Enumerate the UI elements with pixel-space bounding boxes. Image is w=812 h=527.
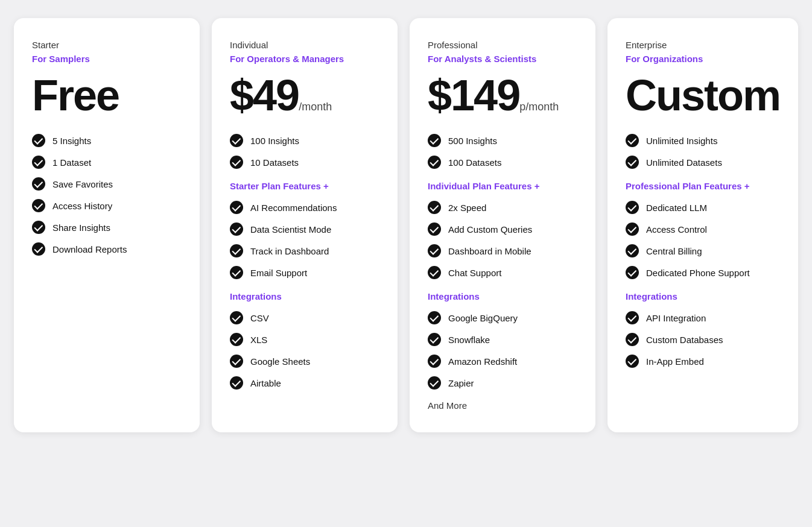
plan-tagline-enterprise: For Organizations bbox=[626, 54, 780, 64]
check-icon bbox=[230, 376, 243, 390]
plan-card-professional: ProfessionalFor Analysts & Scientists$14… bbox=[410, 18, 595, 432]
check-icon bbox=[230, 244, 243, 257]
feature-label: Data Scientist Mode bbox=[250, 224, 331, 235]
feature-item: Amazon Redshift bbox=[428, 355, 577, 368]
feature-item: Save Favorites bbox=[32, 177, 182, 191]
feature-label: 100 Insights bbox=[250, 136, 299, 146]
plan-card-starter: StarterFor SamplersFree5 Insights1 Datas… bbox=[14, 18, 200, 432]
feature-item: XLS bbox=[230, 333, 379, 346]
check-icon bbox=[428, 355, 441, 368]
feature-label: 500 Insights bbox=[448, 136, 497, 146]
price-suffix-professional: p/month bbox=[519, 101, 559, 113]
feature-item: Snowflake bbox=[428, 333, 577, 346]
check-icon bbox=[32, 242, 45, 256]
plan-tagline-individual: For Operators & Managers bbox=[230, 54, 379, 64]
features-list-enterprise: Unlimited InsightsUnlimited DatasetsProf… bbox=[626, 134, 780, 368]
feature-item: Airtable bbox=[230, 376, 379, 390]
feature-label: Dashboard in Mobile bbox=[448, 246, 531, 256]
feature-section-label: Integrations bbox=[230, 291, 379, 301]
feature-item: Share Insights bbox=[32, 221, 182, 234]
and-more-label: And More bbox=[428, 400, 577, 411]
check-icon bbox=[428, 244, 441, 257]
feature-label: Snowflake bbox=[448, 335, 490, 345]
plan-card-enterprise: EnterpriseFor OrganizationsCustomUnlimit… bbox=[607, 18, 798, 432]
price-main-enterprise: Custom bbox=[626, 71, 780, 119]
feature-section-label: Professional Plan Features + bbox=[626, 181, 780, 191]
feature-item: 100 Datasets bbox=[428, 156, 577, 169]
feature-label: Download Reports bbox=[52, 244, 127, 254]
feature-item: Unlimited Datasets bbox=[626, 156, 780, 169]
check-icon bbox=[230, 355, 243, 368]
feature-section-label: Starter Plan Features + bbox=[230, 181, 379, 191]
check-icon bbox=[32, 156, 45, 169]
feature-item: CSV bbox=[230, 311, 379, 324]
plan-price-enterprise: Custom bbox=[626, 74, 780, 117]
feature-item: 10 Datasets bbox=[230, 156, 379, 169]
feature-label: Dedicated Phone Support bbox=[646, 268, 750, 278]
feature-item: 2x Speed bbox=[428, 201, 577, 214]
plan-tier-individual: Individual bbox=[230, 40, 379, 50]
check-icon bbox=[230, 222, 243, 236]
feature-label: In-App Embed bbox=[646, 356, 704, 367]
price-suffix-individual: /month bbox=[299, 101, 332, 113]
check-icon bbox=[230, 333, 243, 346]
feature-item: Download Reports bbox=[32, 242, 182, 256]
check-icon bbox=[626, 156, 639, 169]
price-main-starter: Free bbox=[32, 71, 119, 119]
feature-section-label: Individual Plan Features + bbox=[428, 181, 577, 191]
feature-label: 2x Speed bbox=[448, 203, 486, 213]
feature-item: Email Support bbox=[230, 266, 379, 279]
check-icon bbox=[428, 333, 441, 346]
feature-item: 500 Insights bbox=[428, 134, 577, 147]
feature-label: Google BigQuery bbox=[448, 313, 518, 323]
feature-label: Access History bbox=[52, 201, 112, 211]
plan-tagline-professional: For Analysts & Scientists bbox=[428, 54, 577, 64]
check-icon bbox=[428, 311, 441, 324]
feature-label: Chat Support bbox=[448, 268, 501, 278]
check-icon bbox=[626, 134, 639, 147]
check-icon bbox=[626, 222, 639, 236]
feature-item: Google Sheets bbox=[230, 355, 379, 368]
check-icon bbox=[230, 201, 243, 214]
feature-label: Custom Databases bbox=[646, 335, 723, 345]
feature-item: Custom Databases bbox=[626, 333, 780, 346]
check-icon bbox=[32, 134, 45, 147]
feature-item: In-App Embed bbox=[626, 355, 780, 368]
feature-item: Dashboard in Mobile bbox=[428, 244, 577, 257]
feature-label: Add Custom Queries bbox=[448, 224, 532, 235]
feature-section-label: Integrations bbox=[626, 291, 780, 301]
feature-label: Unlimited Insights bbox=[646, 136, 717, 146]
check-icon bbox=[230, 311, 243, 324]
feature-label: AI Recommendations bbox=[250, 203, 337, 213]
check-icon bbox=[428, 376, 441, 390]
feature-item: Chat Support bbox=[428, 266, 577, 279]
features-list-professional: 500 Insights100 DatasetsIndividual Plan … bbox=[428, 134, 577, 411]
plan-price-professional: $149p/month bbox=[428, 74, 577, 117]
feature-item: Data Scientist Mode bbox=[230, 222, 379, 236]
feature-label: Share Insights bbox=[52, 222, 110, 233]
feature-label: Airtable bbox=[250, 378, 281, 388]
feature-item: Dedicated LLM bbox=[626, 201, 780, 214]
feature-section-label: Integrations bbox=[428, 291, 577, 301]
feature-label: Dedicated LLM bbox=[646, 203, 707, 213]
check-icon bbox=[32, 199, 45, 212]
check-icon bbox=[626, 201, 639, 214]
feature-label: 10 Datasets bbox=[250, 157, 299, 168]
check-icon bbox=[626, 355, 639, 368]
price-main-professional: $149 bbox=[428, 71, 519, 119]
check-icon bbox=[32, 177, 45, 191]
feature-label: CSV bbox=[250, 313, 269, 323]
plan-tier-professional: Professional bbox=[428, 40, 577, 50]
plan-card-individual: IndividualFor Operators & Managers$49/mo… bbox=[212, 18, 398, 432]
feature-item: Unlimited Insights bbox=[626, 134, 780, 147]
feature-label: 5 Insights bbox=[52, 136, 91, 146]
plan-tagline-starter: For Samplers bbox=[32, 54, 182, 64]
feature-label: 100 Datasets bbox=[448, 157, 501, 168]
plan-tier-starter: Starter bbox=[32, 40, 182, 50]
feature-item: API Integration bbox=[626, 311, 780, 324]
check-icon bbox=[428, 134, 441, 147]
feature-item: Access History bbox=[32, 199, 182, 212]
check-icon bbox=[626, 311, 639, 324]
feature-label: Google Sheets bbox=[250, 356, 310, 367]
pricing-grid: StarterFor SamplersFree5 Insights1 Datas… bbox=[14, 18, 798, 432]
